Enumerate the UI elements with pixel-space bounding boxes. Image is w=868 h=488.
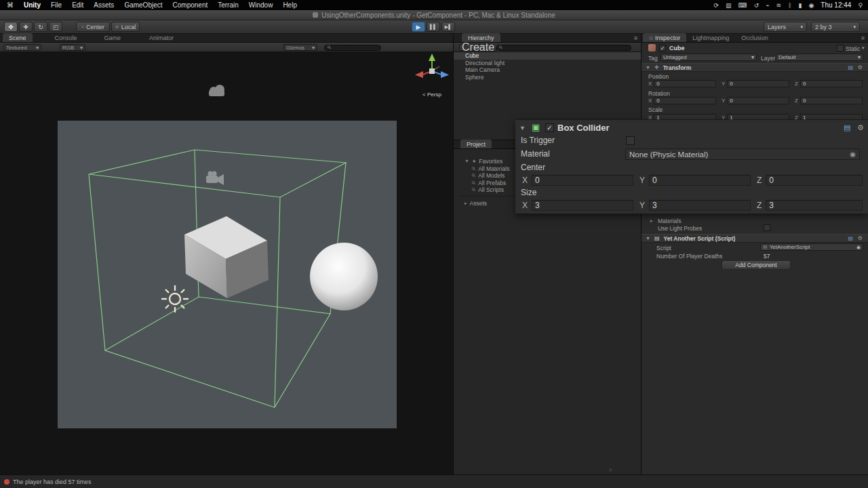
gear-icon[interactable]: ⚙ xyxy=(858,235,863,241)
persp-label[interactable]: < Persp xyxy=(411,92,453,98)
play-button[interactable]: ▶ xyxy=(412,22,425,32)
position-z-field[interactable]: Z0 xyxy=(795,80,863,87)
help-icon[interactable]: ▤ xyxy=(844,123,850,132)
enabled-checkbox[interactable]: ✓ xyxy=(545,123,554,132)
window-titlebar[interactable]: UsingOtherComponents.unity - GetComponen… xyxy=(0,10,868,20)
tab-occlusion[interactable]: Occlusion xyxy=(735,33,774,42)
tab-lightmapping[interactable]: Lightmapping xyxy=(686,33,735,42)
script-component-header[interactable]: ▼ ▤ Yet Another Script (Script) ▤ ⚙ xyxy=(642,234,868,243)
tab-console[interactable]: Console xyxy=(49,33,83,42)
render-channel-dropdown[interactable]: RGB▾ xyxy=(60,44,85,51)
resize-grip[interactable]: ≡ xyxy=(609,467,612,473)
fold-open-icon[interactable]: ▼ xyxy=(646,236,650,241)
apple-menu-icon[interactable]: ⌘ xyxy=(7,1,14,9)
fold-open-icon[interactable]: ▼ xyxy=(519,125,526,131)
sphere-mesh[interactable] xyxy=(310,243,378,310)
center-y-field[interactable]: Y0 xyxy=(639,175,751,186)
favorite-all-scripts[interactable]: ⚲ All Scripts xyxy=(472,187,504,193)
tab-inspector[interactable]: ◎ Inspector xyxy=(643,33,686,42)
camera-gizmo[interactable] xyxy=(206,171,224,186)
spotlight-icon[interactable]: ⚲ xyxy=(858,2,863,9)
assets-folder[interactable]: ▸ Assets xyxy=(465,200,487,206)
fold-closed-icon[interactable]: ▸ xyxy=(465,201,467,206)
size-z-field[interactable]: Z3 xyxy=(757,200,863,211)
shading-mode-dropdown[interactable]: Textured▾ xyxy=(3,44,41,51)
size-y-field[interactable]: Y3 xyxy=(639,200,751,211)
sync-icon[interactable]: ⟳ xyxy=(714,2,719,9)
hierarchy-item-cube[interactable]: Cube xyxy=(454,52,641,60)
menu-window[interactable]: Window xyxy=(249,1,273,9)
object-picker-icon[interactable]: ◉ xyxy=(850,150,856,158)
create-button[interactable]: Create▾ xyxy=(459,44,490,51)
time-machine-icon[interactable]: ↺ xyxy=(754,2,760,9)
step-button[interactable]: ▶▌ xyxy=(441,22,455,32)
position-x-field[interactable]: X0 xyxy=(648,80,716,87)
deaths-value[interactable]: 57 xyxy=(764,253,770,260)
script-field[interactable]: ▤ YetAnotherScript ◉ xyxy=(760,243,863,251)
battery-icon[interactable]: ▮ xyxy=(799,2,802,9)
space-button[interactable]: ⊕ Local xyxy=(111,22,140,32)
display-icon[interactable]: ▥ xyxy=(726,2,732,9)
gear-icon[interactable]: ⚙ xyxy=(857,123,864,132)
directional-light-gizmo[interactable] xyxy=(161,285,189,312)
move-tool-button[interactable]: ✚ xyxy=(19,22,33,32)
light-probes-checkbox[interactable] xyxy=(764,224,770,231)
status-bar[interactable]: The player has died 57 times xyxy=(0,474,868,488)
fold-closed-icon[interactable]: ▸ xyxy=(650,218,653,224)
fold-open-icon[interactable]: ▼ xyxy=(465,159,469,163)
eject-icon[interactable]: ⌁ xyxy=(766,2,769,9)
hierarchy-item-main-camera[interactable]: Main Camera xyxy=(454,66,641,74)
rotate-tool-button[interactable]: ↻ xyxy=(34,22,47,32)
rotation-z-field[interactable]: Z0 xyxy=(795,97,863,104)
gizmos-dropdown[interactable]: Gizmos▾ xyxy=(283,44,317,51)
static-dropdown-icon[interactable]: ▾ xyxy=(862,45,865,51)
help-icon[interactable]: ▤ xyxy=(848,64,853,70)
tag-dropdown[interactable]: Untagged▾ xyxy=(660,54,757,61)
scene-search-input[interactable]: ⚲ xyxy=(324,45,381,51)
favorite-all-prefabs[interactable]: ⚲ All Prefabs xyxy=(472,180,506,186)
menu-gameobject[interactable]: GameObject xyxy=(124,1,162,9)
hierarchy-item-sphere[interactable]: Sphere xyxy=(454,74,641,81)
gear-icon[interactable]: ⚙ xyxy=(858,64,863,70)
volume-icon[interactable]: ◉ xyxy=(809,2,814,9)
active-checkbox[interactable]: ✓ xyxy=(659,45,666,52)
center-z-field[interactable]: Z0 xyxy=(757,175,863,186)
tab-project[interactable]: Project xyxy=(460,140,492,148)
pivot-button[interactable]: ⌖ Center xyxy=(76,22,110,32)
material-field[interactable]: None (Physic Material) ◉ xyxy=(625,148,860,160)
scale-tool-button[interactable]: ◰ xyxy=(49,22,62,32)
menu-unity[interactable]: Unity xyxy=(24,1,41,9)
scene-orientation-gizmo[interactable] xyxy=(411,52,453,89)
box-collider-header[interactable]: ▼ ▣ ✓ Box Collider ▤ ⚙ xyxy=(515,122,868,134)
is-trigger-checkbox[interactable] xyxy=(626,136,635,145)
pause-button[interactable]: ▌▌ xyxy=(427,22,440,32)
menu-terrain[interactable]: Terrain xyxy=(218,1,239,9)
rotation-x-field[interactable]: X0 xyxy=(648,97,716,104)
hierarchy-item-directional-light[interactable]: Directional light xyxy=(454,60,641,67)
tab-animator[interactable]: Animator xyxy=(143,33,180,42)
static-checkbox[interactable] xyxy=(837,45,844,52)
help-icon[interactable]: ▤ xyxy=(848,235,853,241)
layer-dropdown[interactable]: Default▾ xyxy=(776,54,863,61)
add-component-button[interactable]: Add Component xyxy=(722,260,791,270)
position-y-field[interactable]: Y0 xyxy=(722,80,789,87)
hand-tool-button[interactable]: ✥ xyxy=(4,22,18,32)
keyboard-icon[interactable]: ⌨ xyxy=(738,2,747,9)
favorite-all-models[interactable]: ⚲ All Models xyxy=(472,173,505,179)
transform-header[interactable]: ▼ ✛ Transform ▤ ⚙ xyxy=(642,63,868,72)
menu-component[interactable]: Component xyxy=(173,1,208,9)
bluetooth-icon[interactable]: ᛒ xyxy=(788,2,791,9)
layout-dropdown[interactable]: 2 by 3▾ xyxy=(811,22,860,32)
fold-open-icon[interactable]: ▼ xyxy=(646,65,650,70)
panel-menu-icon[interactable]: ≡ xyxy=(861,35,865,41)
size-x-field[interactable]: X3 xyxy=(522,200,633,211)
object-picker-icon[interactable]: ◉ xyxy=(856,245,861,250)
panel-menu-icon[interactable]: ≡ xyxy=(634,35,637,41)
rotation-y-field[interactable]: Y0 xyxy=(722,97,789,104)
wifi-icon[interactable]: ≋ xyxy=(776,2,782,9)
tab-game[interactable]: Game xyxy=(98,33,127,42)
hierarchy-search-input[interactable]: ⚲ xyxy=(496,45,631,51)
scene-viewport[interactable] xyxy=(58,121,397,428)
favorite-all-materials[interactable]: ⚲ All Materials xyxy=(472,165,509,171)
menu-edit[interactable]: Edit xyxy=(72,1,83,9)
